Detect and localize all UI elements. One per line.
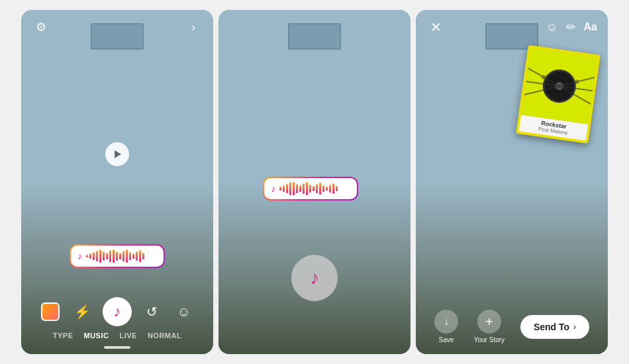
story-label: Your Story [474,336,505,343]
screen-1: ⚙ › ♪ [21,10,213,354]
svg-point-5 [574,79,579,84]
main-container: ⚙ › ♪ [0,0,629,364]
top-bar: ⚙ › [21,18,213,36]
tab-type[interactable]: TYPE [53,332,73,340]
top-right-icons: ☺ ✏ Aa [546,20,597,34]
mode-icons: ⚡ ♪ ↺ ☺ [21,292,213,332]
face-effects-icon: ☺ [177,304,191,320]
your-story-button[interactable]: + Your Story [474,310,505,343]
tab-normal[interactable]: NORMAL [148,332,181,340]
send-to-label: Send To [534,322,569,332]
send-to-button[interactable]: Send To › [520,315,589,339]
top-bar-3: ✕ ☺ ✏ Aa [416,18,608,36]
album-sticker[interactable]: Rockstar Post Malone [516,45,601,144]
flash-button[interactable]: ⚡ [71,300,95,324]
screen3-bottom: ↓ Save + Your Story Send To › [416,302,608,354]
story-plus-icon: + [477,310,501,334]
bottom-actions: ↓ Save + Your Story Send To › [426,310,597,343]
music-sticker-1[interactable]: ♪ [70,244,165,268]
music-note-center-icon: ♪ [113,303,121,320]
close-icon[interactable]: ✕ [426,18,445,36]
draw-icon[interactable]: ✏ [566,20,576,34]
music-sticker-2[interactable]: ♪ [263,177,358,201]
flip-icon: ↺ [146,304,158,320]
waveform-2 [279,182,338,195]
music-note-icon: ♪ [77,251,82,261]
save-label: Save [439,336,454,343]
download-icon: ↓ [444,316,449,328]
effects-button[interactable]: ☺ [172,300,196,324]
screen-3: ✕ ☺ ✏ Aa [416,10,608,354]
text-icon[interactable]: Aa [584,21,597,33]
avatar-button[interactable] [38,300,62,324]
swipe-indicator [104,346,130,349]
screen-2: ♪ [218,10,411,354]
tab-live[interactable]: LIVE [119,332,136,340]
music-note-big-icon: ♪ [310,267,319,289]
capture-button[interactable]: ♪ [103,297,132,326]
album-art [521,48,597,124]
lightning-icon: ⚡ [74,304,91,320]
mode-tabs: TYPE MUSIC LIVE NORMAL [53,332,181,340]
avatar-thumbnail [41,302,60,321]
send-to-chevron-icon: › [573,322,576,332]
play-button[interactable] [105,142,129,166]
save-button[interactable]: ↓ Save [434,310,458,343]
flip-camera-button[interactable]: ↺ [140,300,164,324]
sticker-icon[interactable]: ☺ [546,21,557,34]
waveform [86,250,144,263]
chevron-right-icon[interactable]: › [184,18,203,36]
save-icon-circle: ↓ [434,310,458,334]
tab-music[interactable]: MUSIC [84,332,109,340]
settings-icon[interactable]: ⚙ [32,18,50,36]
big-capture-button[interactable]: ♪ [291,255,338,301]
music-note-icon-2: ♪ [271,183,275,194]
wall-window-2 [288,23,341,50]
bottom-controls: ⚡ ♪ ↺ ☺ TYPE MUSIC LIVE NORMAL [21,292,213,354]
play-icon [115,150,121,158]
